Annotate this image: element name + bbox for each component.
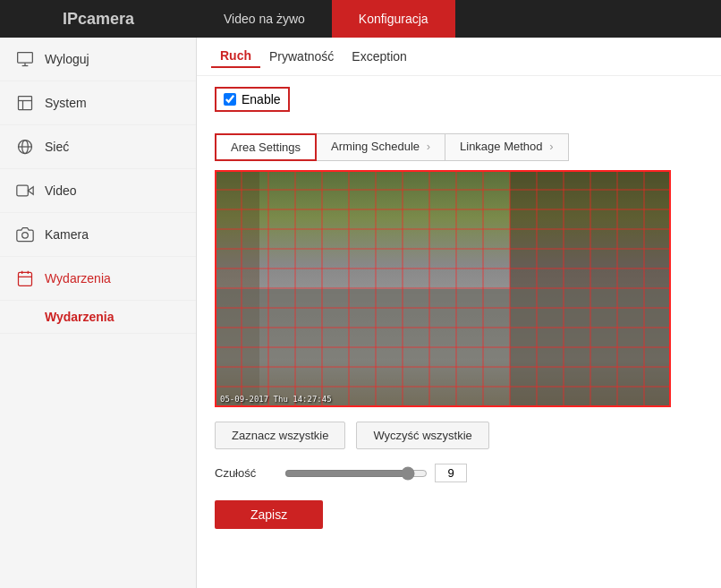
chevron-right-icon: ›	[427, 140, 430, 153]
buttons-row: Zaznacz wszystkie Wyczyść wszystkie	[215, 422, 703, 449]
sidebar-label-siec: Sieć	[45, 140, 69, 154]
system-icon	[14, 92, 36, 114]
globe-icon	[14, 136, 36, 158]
svg-rect-9	[17, 185, 28, 196]
enable-text: Enable	[242, 92, 281, 107]
sensitivity-value[interactable]	[435, 464, 467, 482]
sidebar-item-system[interactable]: System	[0, 81, 196, 125]
sidebar-item-video[interactable]: Video	[0, 169, 196, 213]
sub-tabs: Area Settings Arming Schedule › Linkage …	[215, 133, 703, 161]
sub-tab-arming-label: Arming Schedule	[331, 140, 420, 153]
tab-exception[interactable]: Exception	[343, 46, 415, 67]
video-icon	[14, 180, 36, 201]
sidebar-label-kamera: Kamera	[45, 227, 89, 242]
tab-prywatnosc[interactable]: Prywatność	[260, 46, 343, 67]
sub-tab-linkage-label: Linkage Method	[460, 140, 543, 153]
sidebar-label-video: Video	[45, 183, 77, 198]
nav-konfiguracja[interactable]: Konfiguracja	[332, 0, 455, 38]
sidebar-sub-item-wydarzenia[interactable]: Wydarzenia	[0, 301, 196, 334]
tab-ruch[interactable]: Ruch	[211, 45, 260, 68]
sidebar-item-wydarzenia[interactable]: Wydarzenia	[0, 257, 196, 301]
content-body: Enable Area Settings Arming Schedule › L…	[197, 76, 721, 540]
sidebar-label-wydarzenia: Wydarzenia	[45, 271, 111, 285]
nav-video[interactable]: Video na żywo	[197, 0, 332, 38]
tabs-row: Ruch Prywatność Exception	[197, 38, 721, 76]
save-row: Zapisz	[215, 500, 703, 529]
enable-label[interactable]: Enable	[215, 87, 290, 112]
content: Ruch Prywatność Exception Enable Area Se…	[197, 38, 721, 588]
save-button[interactable]: Zapisz	[215, 500, 323, 529]
sensitivity-label: Czułość	[215, 466, 277, 480]
sub-tab-area-settings[interactable]: Area Settings	[215, 133, 317, 161]
sidebar-item-kamera[interactable]: Kamera	[0, 213, 196, 257]
camera-view[interactable]: 05-09-2017 Thu 14:27:45	[215, 170, 671, 407]
main-layout: Wyloguj System Sieć Video Kamera	[0, 38, 721, 588]
sensitivity-slider[interactable]	[284, 466, 428, 481]
svg-point-10	[22, 233, 29, 239]
sidebar-label-system: System	[45, 96, 87, 110]
header: IPcamera Video na żywo Konfiguracja	[0, 0, 721, 38]
sensitivity-row: Czułość	[215, 464, 703, 482]
chevron-right-icon-2: ›	[549, 140, 553, 153]
calendar-icon	[14, 268, 36, 289]
clear-all-button[interactable]: Wyczyść wszystkie	[356, 422, 488, 449]
sidebar: Wyloguj System Sieć Video Kamera	[0, 38, 197, 588]
svg-marker-8	[28, 187, 33, 194]
enable-checkbox[interactable]	[224, 93, 236, 106]
svg-rect-2	[19, 97, 32, 110]
svg-rect-11	[19, 272, 32, 285]
sidebar-item-siec[interactable]: Sieć	[0, 125, 196, 169]
enable-wrapper: Enable	[215, 87, 703, 123]
sidebar-label-wyloguj: Wyloguj	[45, 52, 89, 66]
sub-tab-arming-schedule[interactable]: Arming Schedule ›	[317, 133, 445, 161]
header-logo: IPcamera	[0, 10, 197, 29]
camera-icon	[14, 224, 36, 245]
camera-timestamp: 05-09-2017 Thu 14:27:45	[220, 395, 332, 404]
sidebar-item-wyloguj[interactable]: Wyloguj	[0, 38, 196, 81]
sub-tab-linkage-method[interactable]: Linkage Method ›	[445, 133, 568, 161]
monitor-icon	[14, 48, 36, 70]
camera-road	[215, 289, 671, 408]
header-nav: Video na żywo Konfiguracja	[197, 0, 721, 38]
svg-rect-0	[18, 53, 33, 64]
select-all-button[interactable]: Zaznacz wszystkie	[215, 422, 345, 449]
